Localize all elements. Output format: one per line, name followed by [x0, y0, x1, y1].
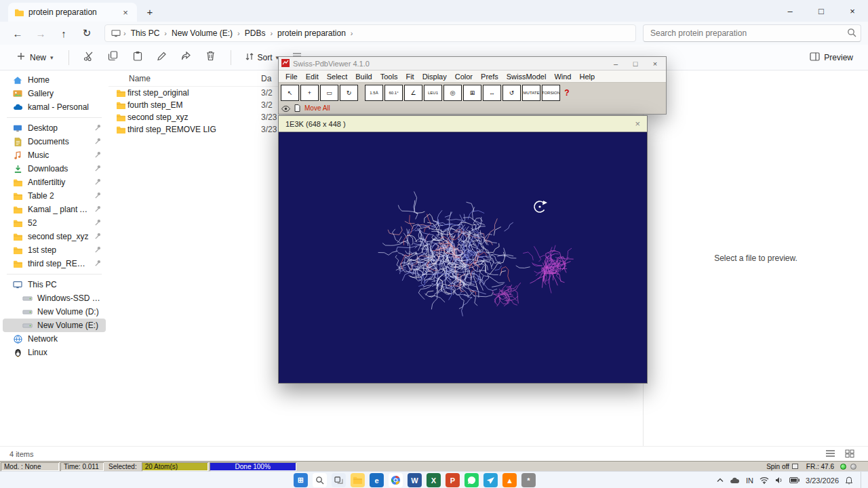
delete-button[interactable] — [199, 47, 222, 68]
angle-tool[interactable]: 60.1° — [384, 85, 403, 101]
word-icon[interactable]: W — [408, 473, 422, 487]
excel-icon[interactable]: X — [427, 473, 441, 487]
search-icon[interactable] — [313, 473, 327, 487]
move-all-label[interactable]: Move All — [304, 104, 330, 112]
eye-icon[interactable] — [281, 102, 290, 115]
help-icon[interactable]: ? — [561, 88, 572, 98]
molecule-canvas[interactable] — [279, 133, 646, 383]
menu-prefs[interactable]: Prefs — [477, 73, 502, 81]
show-desktop-button[interactable] — [861, 472, 863, 488]
search-input[interactable] — [643, 24, 861, 42]
refresh-button[interactable]: ↻ — [76, 24, 98, 42]
sidebar-item-linux[interactable]: Linux — [3, 346, 106, 359]
sidebar-item-network[interactable]: Network — [3, 332, 106, 346]
edge-icon[interactable]: e — [370, 473, 384, 487]
sidebar-item-kamal-personal[interactable]: kamal - Personal — [3, 100, 106, 114]
chevron-up-icon[interactable] — [717, 478, 724, 483]
mutate-tool[interactable]: MUTATE — [522, 85, 540, 101]
menu-color[interactable]: Color — [451, 73, 477, 81]
column-date[interactable]: Da — [261, 74, 271, 83]
spdbv-close-button[interactable]: × — [647, 60, 663, 68]
move-group-tool[interactable]: ↔ — [483, 85, 501, 101]
up-button[interactable]: ↑ — [53, 24, 75, 42]
sidebar-item-desktop[interactable]: Desktop — [3, 121, 106, 135]
sidebar-item-this-pc[interactable]: This PC — [3, 278, 106, 291]
onedrive-tray-icon[interactable] — [730, 477, 740, 484]
sidebar-item-52[interactable]: 52 — [3, 216, 106, 230]
menu-tools[interactable]: Tools — [376, 73, 402, 81]
molecule-window-close-icon[interactable]: × — [635, 119, 640, 129]
telegram-icon[interactable] — [484, 473, 498, 487]
rotate-group-tool[interactable]: ↺ — [502, 85, 521, 101]
task-view-icon[interactable] — [332, 473, 346, 487]
chrome-icon[interactable] — [389, 473, 403, 487]
minimize-button[interactable]: – — [774, 0, 806, 22]
sidebar-item-windows-ssd-c[interactable]: Windows-SSD (C:) — [3, 291, 106, 305]
breadcrumb-item-new-volume-e[interactable]: New Volume (E:) — [169, 27, 235, 39]
torsion-tool[interactable]: TORSION — [542, 85, 560, 101]
menu-wind[interactable]: Wind — [550, 73, 575, 81]
move-tool[interactable]: + — [300, 85, 319, 101]
sidebar-item-new-volume-d[interactable]: New Volume (D:) — [3, 305, 106, 319]
paste-button[interactable] — [126, 47, 149, 68]
forward-button[interactable]: → — [30, 24, 52, 42]
sidebar-item-music[interactable]: Music — [3, 148, 106, 162]
rename-button[interactable] — [151, 47, 174, 68]
details-view-icon[interactable] — [825, 449, 835, 459]
start-icon[interactable]: ⊞ — [294, 473, 308, 487]
battery-icon[interactable] — [789, 477, 800, 483]
whatsapp-icon[interactable] — [465, 473, 479, 487]
pick-tool[interactable]: ↖ — [281, 85, 299, 101]
spdbv-title-bar[interactable]: Swiss-PdbViewer 4.1.0 – □ × — [279, 57, 666, 70]
menu-swissmodel[interactable]: SwissModel — [502, 73, 551, 81]
sidebar-item-second-step-xyz[interactable]: second step_xyz — [3, 230, 106, 243]
breadcrumb[interactable]: ›This PC›New Volume (E:)›PDBs›protein pr… — [104, 24, 636, 42]
menu-fit[interactable]: Fit — [401, 73, 418, 81]
center-tool[interactable]: ◎ — [443, 85, 462, 101]
sidebar-item-new-volume-e[interactable]: New Volume (E:) — [3, 319, 106, 332]
speaker-icon[interactable] — [775, 476, 783, 484]
vlc-icon[interactable]: ▲ — [502, 473, 517, 487]
maximize-button[interactable]: □ — [806, 0, 837, 22]
notification-bell-icon[interactable] — [845, 476, 853, 485]
fit-window-tool[interactable]: ⊞ — [463, 85, 481, 101]
sidebar-item-kamal-plant-ap[interactable]: Kamal _ plant AP — [3, 203, 106, 216]
distance-tool[interactable]: 1.5Å — [365, 85, 383, 101]
menu-display[interactable]: Display — [418, 73, 451, 81]
file-explorer-icon[interactable] — [351, 473, 365, 487]
spdbv-maximize-button[interactable]: □ — [627, 60, 644, 68]
powerpoint-icon[interactable]: P — [446, 473, 460, 487]
menu-build[interactable]: Build — [351, 73, 376, 81]
new-button[interactable]: New ▾ — [9, 48, 60, 66]
label-tool[interactable]: LEU1 — [424, 85, 442, 101]
explorer-tab[interactable]: protein preparation × — [8, 3, 137, 22]
tray-date[interactable]: 3/23/2026 — [806, 476, 839, 485]
molecule-window-title-bar[interactable]: 1E3K (648 x 448 ) × — [279, 116, 647, 132]
preview-toggle[interactable]: Preview — [804, 49, 859, 66]
menu-edit[interactable]: Edit — [302, 73, 323, 81]
settings-icon[interactable]: * — [521, 473, 536, 487]
cut-button[interactable] — [77, 47, 100, 68]
close-button[interactable]: × — [837, 0, 868, 22]
sidebar-item-third-step-remove-lig[interactable]: third step_REMOVE LIG — [3, 257, 106, 270]
large-thumbnails-icon[interactable] — [845, 449, 854, 459]
share-button[interactable] — [175, 47, 198, 68]
language-indicator[interactable]: IN — [746, 476, 753, 485]
sidebar-item-antifertiltiy[interactable]: Antifertiltiy — [3, 176, 106, 189]
rotate-tool[interactable]: ↻ — [340, 85, 358, 101]
layer-page-icon[interactable] — [294, 102, 300, 115]
sidebar-item-home[interactable]: Home — [3, 73, 106, 87]
breadcrumb-item-protein-preparation[interactable]: protein preparation — [275, 27, 349, 39]
new-tab-button[interactable]: + — [141, 3, 159, 20]
back-button[interactable]: ← — [7, 24, 28, 42]
column-name[interactable]: Name — [108, 74, 261, 83]
menu-file[interactable]: File — [281, 73, 302, 81]
menu-help[interactable]: Help — [575, 73, 599, 81]
menu-select[interactable]: Select — [323, 73, 352, 81]
sidebar-item-table-2[interactable]: Table 2 — [3, 189, 106, 203]
spdbv-minimize-button[interactable]: – — [608, 60, 624, 68]
wifi-icon[interactable] — [760, 476, 769, 484]
sidebar-item-documents[interactable]: Documents — [3, 135, 106, 148]
spin-toggle-box[interactable] — [792, 464, 798, 469]
breadcrumb-item-this-pc[interactable]: This PC — [128, 27, 163, 39]
